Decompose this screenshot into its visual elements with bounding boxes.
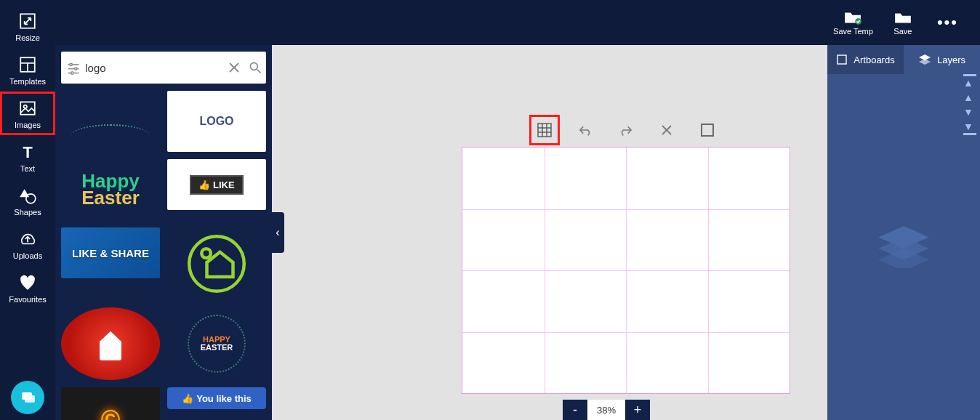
zoom-value-input[interactable]: 38% — [587, 400, 625, 420]
sidebar-item-resize[interactable]: Resize — [0, 4, 55, 48]
blank-box-button[interactable] — [695, 118, 720, 142]
app-root: Save Temp Save ••• Resize Templates Imag… — [0, 0, 980, 420]
right-panel-tabs: Artboards Layers — [827, 45, 980, 74]
sidebar-label: Text — [20, 164, 35, 173]
svg-line-21 — [257, 70, 261, 73]
image-result[interactable]: HAPPYEASTER — [167, 307, 266, 380]
chat-icon — [19, 389, 36, 406]
svg-rect-24 — [538, 124, 551, 137]
layers-icon — [918, 54, 931, 65]
right-panel: Artboards Layers — [827, 45, 980, 420]
svg-rect-5 — [20, 102, 35, 114]
image-result[interactable] — [167, 227, 266, 300]
image-result[interactable]: LOGO — [167, 91, 266, 152]
redo-icon — [618, 124, 634, 137]
zoom-value: 38% — [597, 405, 616, 416]
grid-toggle-button[interactable] — [532, 118, 557, 142]
sidebar-item-uploads[interactable]: Uploads — [0, 222, 55, 266]
zoom-in-button[interactable]: + — [625, 400, 650, 420]
eco-house-icon — [184, 231, 249, 296]
sidebar-item-templates[interactable]: Templates — [0, 48, 55, 92]
send-to-back-button[interactable]: ▼ — [963, 120, 973, 133]
svg-point-9 — [26, 194, 36, 203]
search-input[interactable] — [85, 62, 223, 74]
sidebar-label: Templates — [9, 77, 46, 86]
thumb-label: You like this — [196, 393, 252, 404]
thumb-label: Easter — [81, 190, 140, 206]
text-icon: T — [18, 142, 37, 161]
tab-layers[interactable]: Layers — [904, 45, 980, 74]
tab-label: Artboards — [854, 54, 894, 65]
search-bar — [61, 52, 266, 84]
layers-stack-icon — [875, 223, 932, 271]
folder-icon — [893, 9, 912, 25]
image-results-grid: LOGO HappyEaster 👍 LIKE LIKE & SHARE HAP… — [55, 91, 272, 420]
svg-point-15 — [74, 68, 76, 70]
folder-check-icon — [843, 9, 862, 25]
sidebar-label: Resize — [15, 33, 40, 42]
zoom-control: - 38% + — [563, 400, 650, 420]
image-result[interactable]: 👍 You like this — [167, 387, 266, 409]
sidebar-item-favourites[interactable]: Favourites — [0, 266, 55, 310]
images-panel: LOGO HappyEaster 👍 LIKE LIKE & SHARE HAP… — [55, 45, 272, 420]
layers-empty-state — [827, 74, 980, 420]
house-shape-icon — [92, 326, 129, 362]
image-result[interactable]: LIKE & SHARE — [61, 227, 160, 278]
svg-text:T: T — [23, 143, 32, 161]
plus-icon: + — [634, 403, 642, 418]
image-result[interactable] — [61, 91, 160, 152]
close-button[interactable] — [654, 118, 679, 142]
ellipsis-icon: ••• — [937, 13, 958, 31]
minus-icon: - — [573, 403, 577, 418]
top-header: Save Temp Save ••• — [55, 0, 980, 45]
left-sidebar: Resize Templates Images T Text Shapes Up… — [0, 0, 55, 420]
sliders-icon — [66, 60, 81, 75]
svg-point-22 — [189, 236, 244, 291]
zoom-out-button[interactable]: - — [563, 400, 587, 420]
search-button[interactable] — [245, 60, 266, 75]
heart-icon — [18, 273, 37, 292]
tab-artboards[interactable]: Artboards — [827, 45, 904, 74]
save-button[interactable]: Save — [893, 9, 912, 36]
thumb-label: LIKE & SHARE — [72, 247, 149, 259]
sidebar-label: Shapes — [14, 208, 41, 217]
search-options-button[interactable] — [61, 60, 85, 75]
bring-to-front-button[interactable]: ▲ — [963, 76, 973, 89]
templates-icon — [18, 55, 37, 74]
undo-button[interactable] — [573, 118, 598, 142]
uploads-icon — [18, 230, 37, 249]
sidebar-label: Favourites — [9, 295, 46, 304]
redo-button[interactable] — [614, 118, 638, 142]
send-backward-button[interactable]: ▼ — [963, 105, 973, 118]
images-icon — [18, 99, 37, 118]
image-result[interactable]: © — [61, 387, 160, 420]
shapes-icon — [18, 186, 37, 205]
fab-button[interactable] — [11, 381, 44, 414]
sidebar-item-shapes[interactable]: Shapes — [0, 179, 55, 222]
grid-icon — [537, 123, 552, 137]
save-label: Save — [893, 27, 912, 36]
svg-point-20 — [251, 62, 258, 70]
image-result[interactable]: 👍 LIKE — [167, 159, 266, 210]
canvas-toolbar — [532, 118, 720, 142]
svg-point-0 — [856, 18, 862, 25]
sidebar-item-images[interactable]: Images — [0, 92, 55, 135]
sidebar-item-text[interactable]: T Text — [0, 135, 55, 179]
x-icon — [228, 62, 240, 73]
image-result[interactable] — [61, 307, 160, 380]
save-temp-label: Save Temp — [833, 27, 873, 36]
image-result[interactable]: HappyEaster — [61, 159, 160, 220]
clear-search-button[interactable] — [223, 62, 244, 73]
collapse-panel-button[interactable]: ‹ — [271, 212, 284, 253]
more-menu-button[interactable]: ••• — [933, 13, 963, 32]
search-icon — [248, 60, 262, 75]
layer-order-controls: ▲ ▲ ▼ ▼ — [960, 76, 977, 133]
square-icon — [701, 124, 714, 137]
svg-marker-33 — [919, 59, 931, 65]
bring-forward-button[interactable]: ▲ — [963, 91, 973, 104]
thumb-label: LOGO — [199, 115, 233, 128]
thumb-label: EASTER — [201, 344, 233, 352]
save-temp-button[interactable]: Save Temp — [833, 9, 873, 36]
svg-point-23 — [201, 249, 211, 258]
artboard[interactable] — [462, 147, 790, 394]
